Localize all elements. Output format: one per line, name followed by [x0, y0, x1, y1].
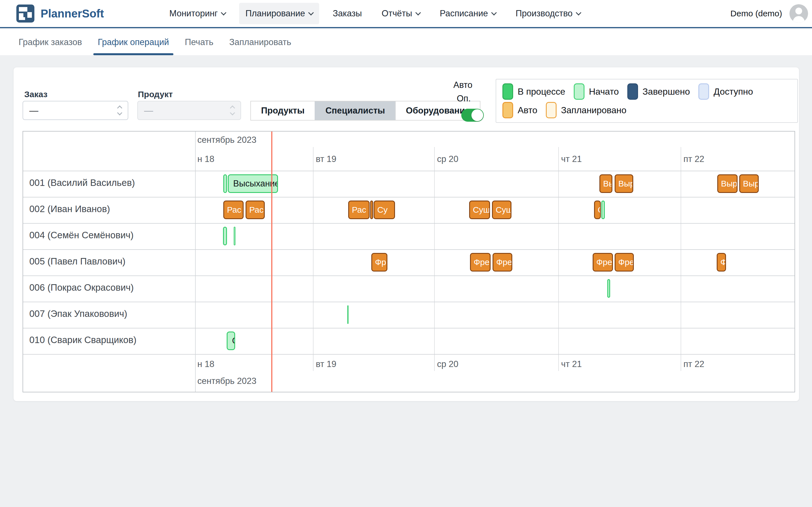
operation-bar-суш[interactable]: Суш [492, 201, 511, 219]
legend-row: АвтоЗапланировано [502, 102, 791, 118]
chevron-down-icon [221, 10, 227, 15]
legend-swatch-icon [502, 102, 513, 118]
current-user-label: Demo (demo) [730, 9, 782, 18]
operation-bar[interactable] [223, 227, 227, 245]
operation-bar-вы[interactable]: Вы [599, 174, 612, 193]
legend-item-доступно: Доступно [698, 83, 753, 100]
menu-item-отчёты[interactable]: Отчёты [375, 3, 426, 24]
operation-bar[interactable] [347, 305, 349, 324]
legend-swatch-icon [698, 83, 709, 100]
footer-divider [23, 354, 795, 355]
brand-title[interactable]: PlannerSoft [41, 7, 104, 20]
avatar-person-icon [795, 8, 802, 14]
menu-item-label: Расписание [440, 8, 488, 18]
operation-bar-фре[interactable]: Фре [593, 253, 613, 272]
timeline-day-label-footer: чт 21 [561, 359, 581, 369]
menu-item-label: Производство [516, 8, 573, 18]
menu-item-label: Мониторинг [169, 8, 218, 18]
order-select-value: — [29, 105, 38, 116]
view-option-продукты[interactable]: Продукты [251, 101, 315, 120]
product-filter-label: Продукт [138, 90, 173, 99]
legend-item-запланировано: Запланировано [546, 102, 626, 118]
status-legend: В процессеНачатоЗавершеноДоступноАвтоЗап… [496, 79, 798, 123]
day-column-divider [313, 147, 313, 371]
operation-bar-ф[interactable]: Ф [717, 253, 726, 272]
operation-bar-выр[interactable]: Выр [717, 174, 738, 193]
menu-item-расписание[interactable]: Расписание [434, 3, 502, 24]
resource-row-label: 004 (Семён Семёнович) [29, 230, 134, 240]
operation-bar[interactable] [607, 279, 610, 298]
select-updown-icon [231, 106, 234, 115]
legend-row: В процессеНачатоЗавершеноДоступно [502, 83, 791, 100]
view-option-специалисты[interactable]: Специалисты [315, 101, 395, 120]
menu-item-label: Планирование [245, 8, 305, 18]
select-updown-icon [118, 106, 121, 115]
timeline-day-label-footer: ср 20 [437, 359, 458, 369]
resource-view-switcher: ПродуктыСпециалистыОборудование [250, 101, 480, 121]
operation-bar-рас[interactable]: Рас [348, 201, 370, 219]
row-divider [23, 276, 795, 276]
top-navigation: PlannerSoft МониторингПланированиеЗаказы… [0, 0, 812, 28]
chevron-down-icon [308, 10, 314, 15]
tab-график заказов[interactable]: График заказов [17, 29, 83, 55]
operation-bar-фре[interactable]: Фре [470, 253, 491, 272]
operation-bar-выр[interactable]: Выр [739, 174, 759, 193]
operation-bar-су[interactable]: Су [373, 201, 395, 219]
timeline-day-label: ср 20 [437, 154, 458, 164]
row-divider [23, 302, 795, 302]
operation-bar-фр[interactable]: Фр [371, 253, 388, 272]
timeline-day-label-footer: вт 19 [316, 359, 336, 369]
menu-item-label: Заказы [333, 8, 362, 18]
operation-bar[interactable] [234, 227, 236, 245]
user-avatar[interactable] [790, 4, 808, 23]
menu-item-производство[interactable]: Производство [509, 3, 587, 24]
menu-item-label: Отчёты [382, 8, 412, 18]
menu-item-заказы[interactable]: Заказы [326, 3, 368, 24]
auto-op-toggle[interactable] [461, 109, 484, 122]
legend-swatch-icon [627, 83, 638, 100]
day-column-divider [680, 147, 681, 371]
operation-bar-выр[interactable]: Выр [615, 174, 633, 193]
operation-bar-суш[interactable]: Суш [469, 201, 490, 219]
main-menu: МониторингПланированиеЗаказыОтчётыРаспис… [163, 3, 587, 24]
operation-bar[interactable] [601, 201, 605, 219]
operation-bar[interactable] [370, 201, 373, 219]
resource-row-label: 006 (Покрас Окрасович) [29, 282, 134, 293]
resource-row-label: 005 (Павел Павлович) [29, 256, 125, 267]
nav-right: Demo (demo) [730, 4, 808, 23]
header-divider [23, 171, 795, 171]
tab-график операций[interactable]: График операций [97, 29, 170, 55]
row-divider [23, 197, 795, 198]
legend-item-начато: Начато [574, 83, 619, 100]
avatar-person-icon-body [793, 16, 805, 23]
legend-label: Начато [589, 87, 619, 97]
timeline-day-label: н 18 [197, 154, 214, 164]
legend-item-авто: Авто [502, 102, 538, 118]
chevron-down-icon [415, 10, 421, 15]
operation-bar-с[interactable]: С [227, 332, 235, 350]
menu-item-планирование[interactable]: Планирование [239, 3, 319, 24]
legend-label: Запланировано [561, 105, 626, 115]
tab-запланировать[interactable]: Запланировать [228, 29, 292, 55]
resource-row-label: 002 (Иван Иванов) [29, 204, 110, 214]
order-filter-label: Заказ [24, 90, 47, 99]
legend-item-в процессе: В процессе [502, 83, 565, 100]
menu-item-мониторинг[interactable]: Мониторинг [163, 3, 232, 24]
planning-tabs: График заказовГрафик операцийПечатьЗапла… [0, 29, 812, 55]
operation-bar-фре[interactable]: Фре [615, 253, 634, 272]
operation-bar-рас[interactable]: Рас [246, 201, 265, 219]
timeline-day-label: чт 21 [561, 154, 581, 164]
operation-bar-рас[interactable]: Рас [223, 201, 244, 219]
timeline-day-label-footer: пт 22 [683, 359, 704, 369]
order-select[interactable]: — [22, 101, 128, 120]
operation-bar[interactable] [223, 174, 227, 193]
operation-bar-с[interactable]: С [594, 201, 601, 219]
timeline-month-label: сентябрь 2023 [197, 135, 257, 145]
operations-gantt: сентябрь 2023н 18вт 19ср 20чт 21пт 22н 1… [22, 131, 795, 392]
operation-bar-фре[interactable]: Фре [493, 253, 512, 272]
tab-печать[interactable]: Печать [184, 29, 214, 55]
row-divider [23, 249, 795, 250]
timeline-day-label: вт 19 [316, 154, 336, 164]
day-column-divider [558, 147, 559, 371]
operation-bar-высыхание[interactable]: Высыхание [228, 174, 278, 193]
